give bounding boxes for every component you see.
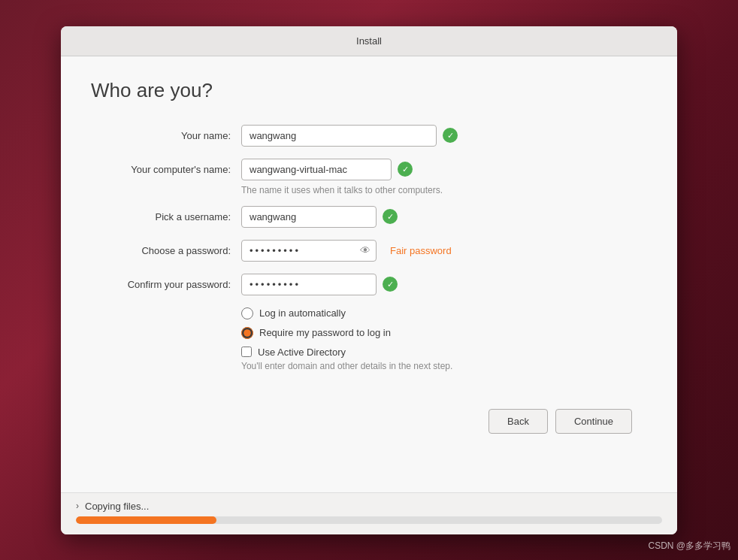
auto-login-label: Log in automatically xyxy=(259,307,346,319)
page-title: Who are you? xyxy=(91,79,647,102)
active-directory-label: Use Active Directory xyxy=(258,347,346,358)
password-container: 👁 xyxy=(241,240,377,262)
copying-arrow-icon: › xyxy=(76,501,79,511)
window-title: Install xyxy=(356,35,382,47)
password-input-wrapper: 👁 Fair password xyxy=(241,240,452,262)
computer-name-row: Your computer's name: ✓ xyxy=(91,159,527,180)
progress-bar-background xyxy=(76,516,662,524)
username-row: Pick a username: ✓ xyxy=(91,206,527,228)
back-button[interactable]: Back xyxy=(488,409,548,434)
form-section: Your name: ✓ Your computer's name: ✓ The… xyxy=(91,125,527,371)
active-directory-hint: You'll enter domain and other details in… xyxy=(241,361,527,371)
progress-bar-fill xyxy=(76,516,216,524)
auto-login-radio[interactable] xyxy=(241,307,253,319)
your-name-row: Your name: ✓ xyxy=(91,125,527,147)
username-input[interactable] xyxy=(241,206,377,228)
active-directory-checkbox[interactable] xyxy=(241,347,252,357)
eye-icon[interactable]: 👁 xyxy=(360,244,371,256)
password-row: Choose a password: 👁 Fair password xyxy=(91,240,527,262)
auto-login-radio-row[interactable]: Log in automatically xyxy=(241,307,527,319)
confirm-password-label: Confirm your password: xyxy=(91,279,241,290)
confirm-password-input[interactable] xyxy=(241,274,377,295)
computer-name-valid-icon: ✓ xyxy=(398,162,413,177)
your-name-label: Your name: xyxy=(91,130,241,141)
computer-name-label: Your computer's name: xyxy=(91,164,241,175)
require-password-label: Require my password to log in xyxy=(259,327,391,338)
username-label: Pick a username: xyxy=(91,211,241,222)
continue-button[interactable]: Continue xyxy=(555,409,632,434)
computer-name-input[interactable] xyxy=(241,159,392,180)
computer-name-input-wrapper: ✓ xyxy=(241,159,413,180)
username-input-wrapper: ✓ xyxy=(241,206,398,228)
username-valid-icon: ✓ xyxy=(383,209,398,224)
copying-row: › Copying files... xyxy=(76,501,662,512)
your-name-valid-icon: ✓ xyxy=(443,128,458,143)
button-row: Back Continue xyxy=(91,394,647,449)
password-input[interactable] xyxy=(241,240,377,262)
confirm-valid-icon: ✓ xyxy=(383,277,398,292)
checkbox-section: Use Active Directory xyxy=(241,347,527,358)
your-name-input-wrapper: ✓ xyxy=(241,125,458,147)
main-content: Who are you? Your name: ✓ Your computer'… xyxy=(61,56,677,492)
require-password-radio-row[interactable]: Require my password to log in xyxy=(241,327,527,339)
radio-section: Log in automatically Require my password… xyxy=(241,307,527,339)
active-directory-row[interactable]: Use Active Directory xyxy=(241,347,527,358)
password-strength: Fair password xyxy=(390,245,452,256)
confirm-input-wrapper: ✓ xyxy=(241,274,398,295)
install-window: Install Who are you? Your name: ✓ Your c… xyxy=(61,26,677,534)
your-name-input[interactable] xyxy=(241,125,437,147)
copying-label: Copying files... xyxy=(85,501,149,512)
watermark: CSDN @多多学习鸭 xyxy=(648,540,730,552)
confirm-password-row: Confirm your password: ✓ xyxy=(91,274,527,295)
titlebar: Install xyxy=(61,26,677,56)
footer: › Copying files... xyxy=(61,492,677,534)
require-password-radio[interactable] xyxy=(241,327,253,339)
password-label: Choose a password: xyxy=(91,245,241,256)
computer-name-hint: The name it uses when it talks to other … xyxy=(241,185,527,195)
